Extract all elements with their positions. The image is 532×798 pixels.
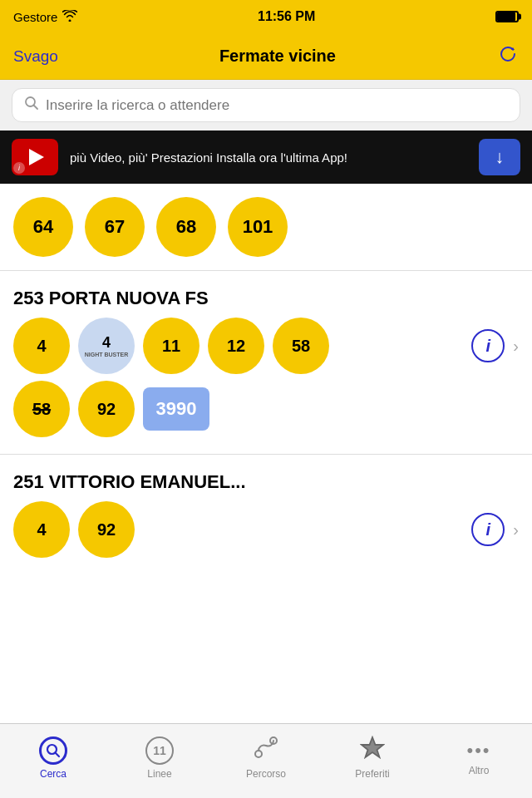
preferiti-star-icon: [360, 736, 385, 765]
stop-251-route-4[interactable]: 4: [13, 501, 70, 558]
tab-cerca-label: Cerca: [40, 768, 66, 780]
tab-preferiti[interactable]: Preferiti: [319, 724, 426, 798]
divider-1: [0, 270, 532, 271]
stop-253-section: 253 PORTA NUOVA FS 4 4 NIGHT BUSTER 11 1…: [0, 278, 532, 447]
back-button[interactable]: Svago: [13, 47, 58, 66]
stop-251-title: 251 VITTORIO EMANUEL...: [13, 471, 519, 493]
stop-253-info-button[interactable]: i: [471, 329, 505, 362]
stop-253-chevron-icon[interactable]: ›: [513, 337, 519, 356]
stop-253-row1: 4 4 NIGHT BUSTER 11 12 58 i ›: [13, 318, 519, 374]
altro-dots-icon: •••: [466, 740, 490, 761]
stop-253-route-12[interactable]: 12: [208, 318, 264, 374]
svg-marker-6: [362, 737, 383, 757]
stop-253-route-92[interactable]: 92: [78, 381, 135, 437]
route-bubble-67[interactable]: 67: [85, 197, 145, 257]
stop-253-title: 253 PORTA NUOVA FS: [13, 288, 519, 309]
route-bubble-64[interactable]: 64: [13, 197, 73, 257]
route-bubble-68[interactable]: 68: [156, 197, 216, 257]
stop-253-route-58-strike[interactable]: 58: [13, 381, 70, 437]
search-bar-wrap: [0, 80, 532, 131]
status-bar: Gestore 11:56 PM: [0, 0, 532, 33]
nav-bar: Svago Fermate vicine: [0, 33, 532, 80]
ad-info-icon: i: [13, 162, 25, 174]
tab-linee[interactable]: 11 Linee: [106, 724, 213, 798]
cerca-search-icon: [39, 736, 67, 765]
ad-play-button[interactable]: i: [12, 139, 58, 175]
tab-bar: Cerca 11 Linee Percorso Preferiti ••• Al: [0, 723, 532, 798]
svg-line-1: [34, 106, 38, 110]
tab-linee-label: Linee: [147, 768, 171, 780]
stop-253-route-4-night[interactable]: 4 NIGHT BUSTER: [78, 318, 135, 374]
wifi-icon: [62, 10, 77, 24]
tab-cerca[interactable]: Cerca: [0, 724, 106, 798]
stop-251-row1: 4 92 i ›: [13, 501, 519, 558]
stop-251-route-92[interactable]: 92: [78, 501, 135, 558]
tab-percorso-label: Percorso: [246, 768, 286, 780]
stop-253-route-3990[interactable]: 3990: [143, 387, 209, 431]
tab-altro[interactable]: ••• Altro: [426, 724, 532, 798]
stop-251-section: 251 VITTORIO EMANUEL... 4 92 i ›: [0, 461, 532, 568]
status-left: Gestore: [13, 10, 77, 24]
ad-banner: i più Video, più' Prestazioni Installa o…: [0, 131, 532, 184]
stop-253-route-58[interactable]: 58: [273, 318, 329, 374]
percorso-route-icon: [254, 736, 278, 765]
tab-preferiti-label: Preferiti: [355, 768, 389, 780]
linee-badge-icon: 11: [145, 736, 174, 765]
svg-line-3: [56, 752, 60, 756]
divider-2: [0, 454, 532, 455]
tab-percorso[interactable]: Percorso: [213, 724, 319, 798]
top-routes: 64 67 68 101: [0, 184, 532, 264]
status-time: 11:56 PM: [258, 9, 315, 24]
stop-253-route-11[interactable]: 11: [143, 318, 200, 374]
stop-253-route-4[interactable]: 4: [13, 318, 70, 374]
night-label: NIGHT BUSTER: [85, 352, 129, 357]
route-bubble-101[interactable]: 101: [228, 197, 288, 257]
carrier-text: Gestore: [13, 10, 57, 24]
ad-text: più Video, più' Prestazioni Installa ora…: [70, 149, 467, 166]
battery-icon: [495, 11, 519, 22]
svg-point-4: [255, 751, 262, 757]
page-title: Fermate vicine: [219, 47, 336, 66]
search-input[interactable]: [46, 97, 508, 114]
tab-altro-label: Altro: [469, 765, 490, 776]
stop-253-row2: 58 92 3990: [13, 381, 519, 437]
search-icon: [24, 96, 39, 115]
stop-251-chevron-icon[interactable]: ›: [513, 520, 519, 539]
stop-251-info-button[interactable]: i: [471, 513, 505, 546]
search-bar[interactable]: [12, 88, 520, 122]
refresh-button[interactable]: [497, 43, 519, 70]
ad-download-button[interactable]: [479, 139, 520, 175]
